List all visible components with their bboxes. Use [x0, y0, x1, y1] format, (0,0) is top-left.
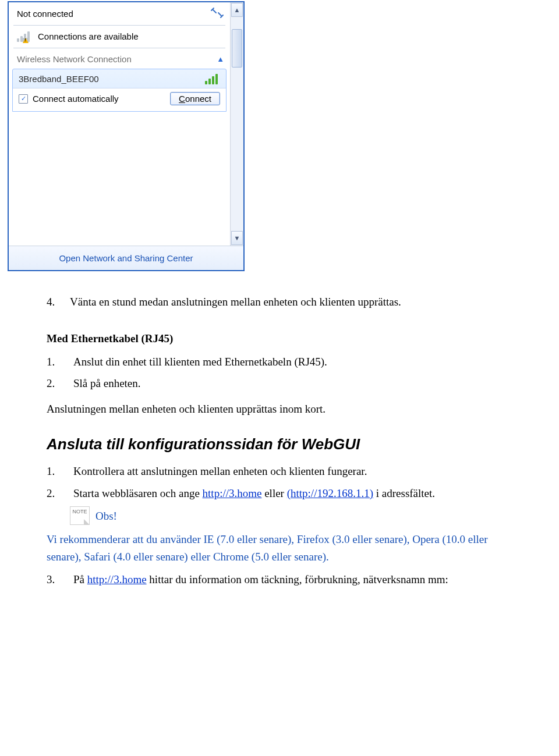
note-label: Obs! — [95, 507, 117, 524]
network-item-expand: ✓ Connect automatically Connect — [13, 88, 226, 111]
list-text: Vänta en stund medan anslutningen mellan… — [70, 293, 512, 310]
note-icon: NOTE — [70, 506, 90, 525]
connect-auto-checkbox[interactable]: ✓ — [19, 94, 28, 104]
status-row: Not connected — [9, 2, 230, 23]
webgui-step-3: 3. På http://3.home hittar du informatio… — [47, 571, 512, 588]
list-text: Starta webbläsaren och ange http://3.hom… — [73, 485, 512, 502]
document-body: 4. Vänta en stund medan anslutningen mel… — [0, 271, 559, 616]
flyout-body: Not connected Connections are available — [9, 2, 243, 246]
section-label: Wireless Network Connection — [17, 54, 132, 64]
list-item: 2. Starta webbläsaren och ange http://3.… — [47, 485, 512, 502]
scrollbar[interactable]: ▲ ▼ — [230, 2, 243, 246]
ethernet-note: Anslutningen mellan enheten och klienten… — [47, 400, 512, 417]
chevron-up-icon: ▲ — [217, 55, 224, 63]
wg2-b: eller — [261, 487, 286, 499]
list-item: 1. Kontrollera att anslutningen mellan e… — [47, 463, 512, 480]
list-number: 4. — [47, 293, 70, 310]
step-4: 4. Vänta en stund medan anslutningen mel… — [47, 293, 512, 310]
scroll-down-button[interactable]: ▼ — [231, 231, 243, 245]
list-text: Anslut din enhet till klienten med Ether… — [73, 353, 512, 370]
list-item: 3. På http://3.home hittar du informatio… — [47, 571, 512, 588]
list-number: 1. — [47, 353, 73, 370]
list-text: På http://3.home hittar du information o… — [73, 571, 512, 588]
link-3home[interactable]: http://3.home — [203, 487, 262, 499]
available-row: Connections are available — [9, 27, 230, 45]
wg2-c: i adressfältet. — [373, 487, 435, 499]
wg3-b: hittar du information om täckning, förbr… — [147, 573, 448, 585]
link-ip[interactable]: (http://192.168.1.1) — [287, 487, 373, 499]
signal-warning-icon — [17, 30, 32, 42]
wireless-section-header[interactable]: Wireless Network Connection ▲ — [9, 49, 230, 66]
connect-accel: C — [179, 94, 185, 104]
list-number: 2. — [47, 375, 73, 392]
refresh-plug-icon[interactable] — [210, 7, 224, 20]
ethernet-steps: 1. Anslut din enhet till klienten med Et… — [47, 353, 512, 392]
list-number: 3. — [47, 571, 73, 588]
divider — [13, 48, 225, 48]
flyout-main: Not connected Connections are available — [9, 2, 230, 246]
webgui-steps: 1. Kontrollera att anslutningen mellan e… — [47, 463, 512, 502]
wg3-a: På — [73, 573, 87, 585]
list-number: 1. — [47, 463, 73, 480]
scroll-track[interactable] — [231, 17, 243, 230]
scroll-up-button[interactable]: ▲ — [231, 3, 243, 17]
list-item: 2. Slå på enheten. — [47, 375, 512, 392]
status-text: Not connected — [17, 9, 73, 19]
recommendation-text: Vi rekommenderar att du använder IE (7.0… — [47, 531, 512, 565]
wg2-a: Starta webbläsaren och ange — [73, 487, 203, 499]
link-3home-2[interactable]: http://3.home — [87, 573, 147, 585]
divider — [13, 25, 225, 26]
list-item: 4. Vänta en stund medan anslutningen mel… — [47, 293, 512, 310]
list-text: Slå på enheten. — [73, 375, 512, 392]
scroll-thumb[interactable] — [232, 29, 242, 68]
network-item[interactable]: 3Bredband_BEEF00 ✓ Connect automatically… — [12, 69, 227, 112]
connect-auto-label: Connect automatically — [33, 94, 119, 104]
webgui-heading: Ansluta till konfigurationssidan för Web… — [47, 432, 512, 456]
available-text: Connections are available — [38, 31, 139, 41]
flyout-spacer — [9, 112, 230, 246]
ethernet-heading: Med Ethernetkabel (RJ45) — [47, 330, 512, 347]
signal-strong-icon — [205, 73, 220, 84]
network-flyout: Not connected Connections are available — [8, 1, 245, 271]
list-text: Kontrollera att anslutningen mellan enhe… — [73, 463, 512, 480]
connect-button[interactable]: Connect — [170, 92, 220, 105]
note-row: NOTE Obs! — [70, 506, 512, 525]
connect-rest: onnect — [185, 94, 211, 104]
open-network-center-link[interactable]: Open Network and Sharing Center — [9, 246, 243, 270]
list-item: 1. Anslut din enhet till klienten med Et… — [47, 353, 512, 370]
network-name: 3Bredband_BEEF00 — [19, 74, 99, 84]
list-number: 2. — [47, 485, 73, 502]
network-item-header[interactable]: 3Bredband_BEEF00 — [13, 69, 226, 88]
